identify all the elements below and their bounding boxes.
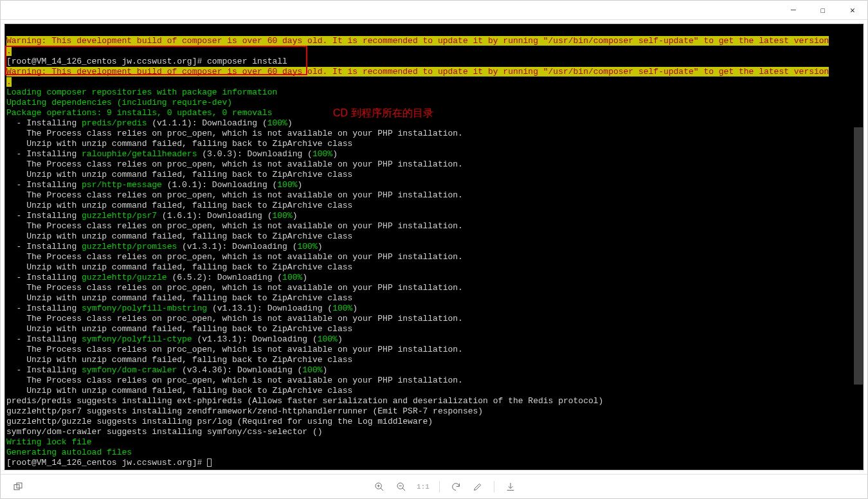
- unzip-line: Unzip with unzip command failed, falling…: [6, 170, 352, 179]
- suggest-line: guzzlehttp/psr7 suggests installing zend…: [6, 406, 483, 416]
- download-icon[interactable]: [502, 478, 519, 495]
- proc-line: The Process class relies on proc_open, w…: [6, 159, 463, 169]
- prompt-line: [root@VM_14_126_centos jw.ccswust.org]# …: [6, 57, 287, 66]
- proc-line: The Process class relies on proc_open, w…: [6, 376, 463, 385]
- command-text: composer install: [207, 57, 287, 66]
- unzip-line: Unzip with unzip command failed, falling…: [6, 262, 352, 272]
- unzip-line: Unzip with unzip command failed, falling…: [6, 201, 352, 210]
- shell-prompt: [root@VM_14_126_centos jw.ccswust.org]#: [6, 458, 207, 467]
- proc-line: The Process class relies on proc_open, w…: [6, 345, 463, 354]
- writing-line: Writing lock file: [6, 437, 92, 447]
- proc-line: The Process class relies on proc_open, w…: [6, 221, 463, 231]
- cursor-icon: [207, 458, 212, 467]
- install-line: - Installing psr/http-message (1.0.1): D…: [6, 180, 302, 190]
- unzip-line: Unzip with unzip command failed, falling…: [6, 324, 352, 334]
- proc-line: The Process class relies on proc_open, w…: [6, 129, 463, 138]
- svg-line-7: [402, 488, 405, 491]
- minimize-button[interactable]: —: [779, 1, 808, 20]
- warning-dot: .: [6, 46, 12, 56]
- suggest-line: predis/predis suggests installing ext-ph…: [6, 396, 603, 406]
- shell-prompt: [root@VM_14_126_centos jw.ccswust.org]#: [6, 57, 207, 66]
- unzip-line: Unzip with unzip command failed, falling…: [6, 355, 352, 365]
- generating-line: Generating autoload files: [6, 448, 132, 457]
- zoom-in-icon[interactable]: [371, 478, 388, 495]
- proc-line: The Process class relies on proc_open, w…: [6, 190, 463, 200]
- warning-dot-2: .: [6, 77, 12, 87]
- unzip-line: Unzip with unzip command failed, falling…: [6, 139, 352, 149]
- install-line: - Installing predis/predis (v1.1.1): Dow…: [6, 118, 293, 128]
- install-line: - Installing ralouphie/getallheaders (3.…: [6, 149, 338, 159]
- bottom-toolbar: 1:1: [1, 474, 867, 498]
- zoom-out-icon[interactable]: [393, 478, 410, 495]
- double-window-icon[interactable]: [10, 478, 26, 495]
- refresh-icon[interactable]: [448, 478, 464, 495]
- suggest-line: guzzlehttp/guzzle suggests installing ps…: [6, 417, 433, 426]
- app-window: — ☐ ✕ Warning: This development build of…: [0, 0, 868, 499]
- prompt-line-2: [root@VM_14_126_centos jw.ccswust.org]#: [6, 458, 212, 467]
- svg-line-3: [381, 488, 383, 491]
- terminal-output[interactable]: Warning: This development build of compo…: [5, 24, 863, 470]
- install-block: - Installing predis/predis (v1.1.1): Dow…: [6, 118, 862, 396]
- unzip-line: Unzip with unzip command failed, falling…: [6, 386, 352, 395]
- separator: [494, 481, 494, 493]
- titlebar: — ☐ ✕: [1, 1, 867, 20]
- operations-line: Package operations: 9 installs, 0 update…: [6, 108, 272, 118]
- toolbar-center: 1:1: [32, 478, 858, 495]
- proc-line: The Process class relies on proc_open, w…: [6, 283, 463, 293]
- install-line: - Installing guzzlehttp/psr7 (1.6.1): Do…: [6, 211, 298, 221]
- warning-line: Warning: This development build of compo…: [6, 36, 829, 46]
- edit-icon[interactable]: [469, 478, 486, 495]
- scrollbar[interactable]: [854, 127, 863, 385]
- close-button[interactable]: ✕: [838, 1, 867, 20]
- separator: [439, 481, 440, 493]
- install-line: - Installing symfony/polyfill-mbstring (…: [6, 304, 357, 313]
- unzip-line: Unzip with unzip command failed, falling…: [6, 231, 352, 241]
- annotation-text: CD 到程序所在的目录: [333, 108, 433, 118]
- unzip-line: Unzip with unzip command failed, falling…: [6, 293, 352, 303]
- loading-line: Loading composer repositories with packa…: [6, 87, 277, 97]
- install-line: - Installing symfony/polyfill-ctype (v1.…: [6, 334, 343, 344]
- suggest-line: symfony/dom-crawler suggests installing …: [6, 427, 322, 437]
- install-line: - Installing guzzlehttp/promises (v1.3.1…: [6, 242, 323, 251]
- install-line: - Installing symfony/dom-crawler (v3.4.3…: [6, 365, 327, 375]
- maximize-button[interactable]: ☐: [808, 1, 838, 20]
- warning-line-2: Warning: This development build of compo…: [6, 67, 829, 77]
- one-to-one-button[interactable]: 1:1: [415, 478, 431, 495]
- proc-line: The Process class relies on proc_open, w…: [6, 252, 463, 262]
- install-line: - Installing guzzlehttp/guzzle (6.5.2): …: [6, 273, 307, 282]
- updating-line: Updating dependencies (including require…: [6, 98, 232, 107]
- proc-line: The Process class relies on proc_open, w…: [6, 314, 463, 323]
